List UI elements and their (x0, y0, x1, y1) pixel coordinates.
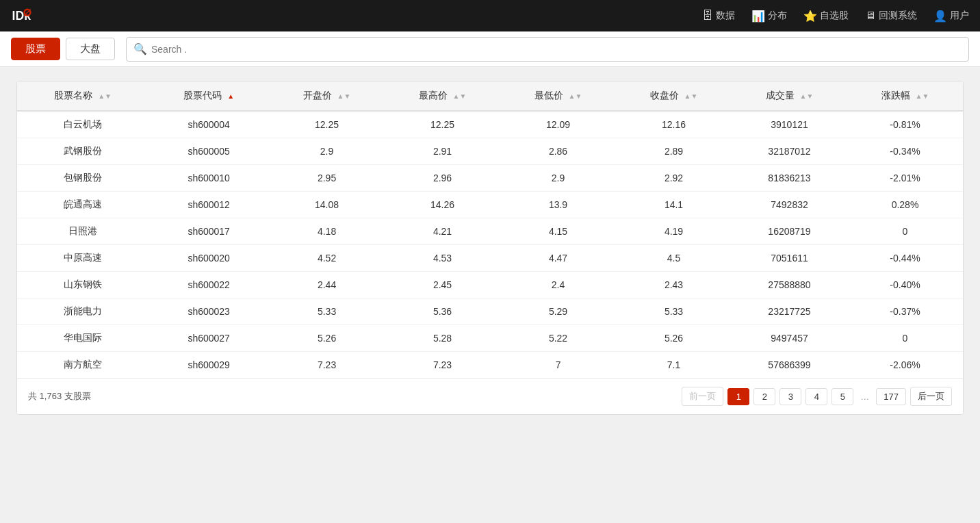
cell-high-7: 5.36 (385, 298, 500, 325)
col-header-low[interactable]: 最低价 ▲▼ (500, 81, 616, 111)
col-header-high[interactable]: 最高价 ▲▼ (385, 81, 500, 111)
navbar: IDk 🗄 数据 📊 分布 ⭐ 自选股 🖥 回测系统 👤 用户 (0, 0, 980, 31)
cell-low-9: 7 (500, 352, 616, 379)
cell-code-7: sh600023 (149, 298, 269, 325)
cell-change-5: -0.44% (847, 245, 963, 272)
cell-open-5: 4.52 (269, 245, 385, 272)
cell-open-4: 4.18 (269, 218, 385, 245)
page-4-button[interactable]: 4 (805, 388, 827, 405)
table-row: 山东钢铁 sh600022 2.44 2.45 2.4 2.43 2758888… (17, 272, 963, 298)
cell-open-0: 12.25 (269, 111, 385, 138)
stock-table-container: 股票名称 ▲▼ 股票代码 ▲ 开盘价 ▲▼ 最高价 ▲▼ (16, 81, 964, 415)
table-body: 白云机场 sh600004 12.25 12.25 12.09 12.16 39… (17, 111, 963, 378)
next-page-button[interactable]: 后一页 (910, 387, 952, 406)
table-row: 皖通高速 sh600012 14.08 14.26 13.9 14.1 7492… (17, 192, 963, 218)
cell-close-5: 4.5 (616, 245, 732, 272)
nav-distrib[interactable]: 📊 分布 (751, 10, 787, 23)
cell-name-5: 中原高速 (17, 245, 149, 272)
col-header-open[interactable]: 开盘价 ▲▼ (269, 81, 385, 111)
cell-change-4: 0 (847, 218, 963, 245)
search-icon: 🔍 (133, 42, 147, 55)
nav-backtest[interactable]: 🖥 回测系统 (865, 10, 917, 22)
cell-high-8: 5.28 (385, 325, 500, 352)
cell-open-1: 2.9 (269, 138, 385, 165)
table-row: 华电国际 sh600027 5.26 5.28 5.22 5.26 949745… (17, 325, 963, 352)
cell-change-3: 0.28% (847, 192, 963, 218)
cell-open-3: 14.08 (269, 192, 385, 218)
table-row: 南方航空 sh600029 7.23 7.23 7 7.1 57686399 -… (17, 352, 963, 379)
cell-code-0: sh600004 (149, 111, 269, 138)
tab-stocks[interactable]: 股票 (11, 38, 60, 60)
cell-high-6: 2.45 (385, 272, 500, 298)
cell-code-8: sh600027 (149, 325, 269, 352)
cell-high-4: 4.21 (385, 218, 500, 245)
cell-high-5: 4.53 (385, 245, 500, 272)
page-3-button[interactable]: 3 (779, 388, 801, 405)
table-row: 白云机场 sh600004 12.25 12.25 12.09 12.16 39… (17, 111, 963, 138)
sort-icon-close: ▲▼ (684, 92, 698, 100)
tab-bar: 股票 大盘 🔍 (0, 31, 980, 67)
cell-name-7: 浙能电力 (17, 298, 149, 325)
nav-data[interactable]: 🗄 数据 (702, 10, 735, 22)
cell-change-6: -0.40% (847, 272, 963, 298)
col-header-volume[interactable]: 成交量 ▲▼ (732, 81, 847, 111)
search-input[interactable] (151, 44, 962, 55)
sort-icon-change: ▲▼ (916, 92, 929, 100)
sort-icon-low: ▲▼ (569, 92, 582, 100)
col-header-change[interactable]: 涨跌幅 ▲▼ (847, 81, 963, 111)
cell-name-2: 包钢股份 (17, 165, 149, 192)
cell-code-6: sh600022 (149, 272, 269, 298)
cell-code-5: sh600020 (149, 245, 269, 272)
nav-user[interactable]: 👤 用户 (933, 10, 969, 23)
logo: IDk (11, 5, 33, 27)
table-row: 中原高速 sh600020 4.52 4.53 4.47 4.5 7051611… (17, 245, 963, 272)
cell-low-4: 4.15 (500, 218, 616, 245)
cell-low-7: 5.29 (500, 298, 616, 325)
cell-name-9: 南方航空 (17, 352, 149, 379)
cell-volume-6: 27588880 (732, 272, 847, 298)
cell-high-2: 2.96 (385, 165, 500, 192)
cell-name-4: 日照港 (17, 218, 149, 245)
cell-close-7: 5.33 (616, 298, 732, 325)
cell-close-3: 14.1 (616, 192, 732, 218)
cell-name-3: 皖通高速 (17, 192, 149, 218)
cell-change-9: -2.06% (847, 352, 963, 379)
page-1-button[interactable]: 1 (727, 388, 749, 405)
table-footer: 共 1,763 支股票 前一页 1 2 3 4 5 … 177 后一页 (17, 378, 963, 414)
sort-icon-volume: ▲▼ (800, 92, 814, 100)
cell-low-8: 5.22 (500, 325, 616, 352)
cell-code-1: sh600005 (149, 138, 269, 165)
cell-change-7: -0.37% (847, 298, 963, 325)
tab-market[interactable]: 大盘 (66, 38, 115, 60)
cell-open-7: 5.33 (269, 298, 385, 325)
table-row: 包钢股份 sh600010 2.95 2.96 2.9 2.92 8183621… (17, 165, 963, 192)
sort-icon-code: ▲ (227, 92, 234, 100)
sort-icon-name: ▲▼ (98, 92, 112, 100)
page-2-button[interactable]: 2 (753, 388, 775, 405)
cell-volume-3: 7492832 (732, 192, 847, 218)
cell-name-8: 华电国际 (17, 325, 149, 352)
cell-close-9: 7.1 (616, 352, 732, 379)
cell-low-5: 4.47 (500, 245, 616, 272)
distrib-icon: 📊 (751, 10, 765, 23)
pagination: 前一页 1 2 3 4 5 … 177 后一页 (682, 387, 952, 406)
prev-page-button[interactable]: 前一页 (682, 387, 723, 406)
table-row: 浙能电力 sh600023 5.33 5.36 5.29 5.33 232177… (17, 298, 963, 325)
cell-close-6: 2.43 (616, 272, 732, 298)
cell-code-9: sh600029 (149, 352, 269, 379)
nav-watchlist[interactable]: ⭐ 自选股 (803, 10, 849, 23)
cell-change-0: -0.81% (847, 111, 963, 138)
col-header-name[interactable]: 股票名称 ▲▼ (17, 81, 149, 111)
cell-open-9: 7.23 (269, 352, 385, 379)
cell-volume-9: 57686399 (732, 352, 847, 379)
cell-low-3: 13.9 (500, 192, 616, 218)
col-header-code[interactable]: 股票代码 ▲ (149, 81, 269, 111)
cell-high-9: 7.23 (385, 352, 500, 379)
cell-change-8: 0 (847, 325, 963, 352)
col-header-close[interactable]: 收盘价 ▲▼ (616, 81, 732, 111)
sort-icon-high: ▲▼ (453, 92, 467, 100)
cell-volume-2: 81836213 (732, 165, 847, 192)
cell-open-8: 5.26 (269, 325, 385, 352)
page-5-button[interactable]: 5 (831, 388, 853, 405)
page-last-button[interactable]: 177 (876, 388, 906, 405)
